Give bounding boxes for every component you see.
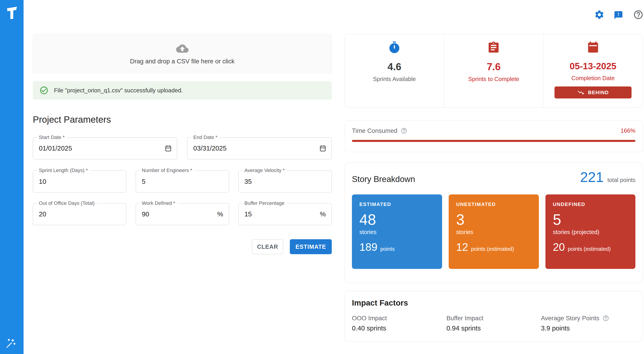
time-consumed-progress-fill: [352, 140, 636, 142]
work-defined-label: Work Defined *: [140, 200, 178, 206]
buffer-percentage-input[interactable]: [238, 203, 332, 225]
unestimated-tile: UNESTIMATED 3 stories 12 points (estimat…: [449, 194, 539, 269]
avg-story-points-value: 3.9 points: [541, 324, 636, 332]
calendar-field-icon[interactable]: [319, 145, 326, 152]
work-defined-field: Work Defined * %: [136, 203, 229, 225]
start-date-field: Start Date *: [33, 137, 178, 159]
check-circle-icon: [40, 86, 48, 95]
ooo-days-label: Out of Office Days (Total): [37, 200, 97, 206]
completion-date-label: Completion Date: [571, 75, 614, 81]
sprints-available-label: Sprints Available: [373, 76, 416, 82]
percent-suffix: %: [217, 210, 223, 218]
buffer-impact-value: 0.94 sprints: [446, 324, 541, 332]
sprint-length-field: Sprint Length (Days) *: [33, 171, 126, 192]
ooo-impact-label: OOO Impact: [352, 315, 446, 322]
end-date-field: End Date *: [187, 137, 332, 159]
clipboard-icon: [487, 41, 500, 54]
impact-factors-title: Impact Factors: [352, 298, 636, 307]
sidebar: [0, 0, 24, 354]
engineers-label: Number of Engineers *: [140, 168, 194, 173]
story-breakdown-card: Story Breakdown 221 total points ESTIMAT…: [345, 163, 643, 283]
story-breakdown-title: Story Breakdown: [352, 175, 415, 184]
dropzone-label: Drag and drop a CSV file here or click: [130, 58, 234, 65]
ooo-days-field: Out of Office Days (Total): [33, 203, 126, 225]
estimate-button[interactable]: ESTIMATE: [290, 239, 332, 254]
start-date-label: Start Date *: [37, 135, 66, 140]
start-date-input[interactable]: [33, 138, 177, 159]
velocity-label: Average Velocity *: [242, 168, 287, 173]
end-date-label: End Date *: [191, 135, 220, 140]
work-defined-input[interactable]: [136, 203, 229, 225]
unestimated-count-unit: stories: [456, 229, 532, 235]
trending-down-icon: [577, 89, 584, 96]
sprints-available-stat: 4.6 Sprints Available: [345, 34, 444, 108]
time-consumed-card: Time Consumed 166%: [345, 120, 643, 152]
sprints-available-value: 4.6: [388, 61, 401, 72]
behind-status-badge[interactable]: BEHIND: [554, 86, 632, 98]
avg-story-points-label: Average Story Points: [541, 315, 599, 322]
feedback-icon[interactable]: [614, 10, 623, 20]
estimated-count-unit: stories: [360, 229, 434, 235]
buffer-percentage-label: Buffer Percentage: [242, 200, 286, 206]
stopwatch-icon: [388, 41, 401, 54]
undefined-points: 20: [553, 241, 565, 253]
unestimated-points: 12: [456, 241, 468, 253]
time-consumed-progress: [352, 140, 636, 142]
sprints-to-complete-value: 7.6: [487, 61, 500, 72]
total-points-value: 221: [580, 171, 604, 184]
buffer-impact-item: Buffer Impact 0.94 sprints: [446, 315, 541, 332]
estimated-tile: ESTIMATED 48 stories 189 points: [352, 194, 442, 269]
help-circle-icon[interactable]: [602, 315, 609, 321]
ooo-impact-value: 0.40 sprints: [352, 324, 446, 332]
calendar-icon: [586, 41, 600, 54]
ooo-days-input[interactable]: [33, 203, 126, 225]
app-logo[interactable]: [4, 5, 20, 22]
percent-suffix: %: [320, 210, 326, 218]
undefined-count: 5: [553, 212, 628, 228]
undefined-tile-label: UNDEFINED: [553, 201, 628, 207]
theme-gear-icon[interactable]: [594, 9, 604, 20]
total-points: 221 total points: [580, 171, 636, 184]
time-consumed-value: 166%: [621, 127, 636, 134]
behind-status-label: BEHIND: [588, 90, 609, 96]
ooo-impact-item: OOO Impact 0.40 sprints: [352, 315, 446, 332]
csv-dropzone[interactable]: Drag and drop a CSV file here or click: [33, 34, 332, 73]
velocity-field: Average Velocity *: [238, 171, 332, 192]
undefined-count-unit: stories (projected): [553, 229, 628, 235]
engineers-field: Number of Engineers *: [136, 171, 229, 192]
buffer-impact-label: Buffer Impact: [446, 315, 541, 322]
engineers-input[interactable]: [136, 171, 229, 192]
sprints-to-complete-stat: 7.6 Sprints to Complete: [444, 34, 543, 108]
app-root: Drag and drop a CSV file here or click F…: [0, 0, 644, 354]
cloud-upload-icon: [174, 42, 190, 55]
estimated-tile-label: ESTIMATED: [360, 201, 434, 207]
help-icon[interactable]: [633, 9, 644, 20]
time-consumed-label: Time Consumed: [352, 127, 398, 135]
total-points-label: total points: [607, 177, 636, 183]
avg-story-points-item: Average Story Points 3.9 points: [541, 315, 636, 332]
help-circle-icon[interactable]: [401, 127, 407, 134]
upload-success-message: File "project_orion_q1.csv" successfully…: [54, 87, 183, 94]
sprints-to-complete-label: Sprints to Complete: [468, 76, 519, 82]
velocity-input[interactable]: [238, 171, 332, 192]
clear-button[interactable]: CLEAR: [252, 239, 283, 254]
sprint-length-input[interactable]: [33, 171, 126, 192]
unestimated-count: 3: [456, 212, 532, 228]
calendar-field-icon[interactable]: [164, 145, 172, 152]
estimated-count: 48: [360, 212, 434, 228]
unestimated-tile-label: UNESTIMATED: [456, 201, 532, 207]
impact-factors-card: Impact Factors OOO Impact 0.40 sprints B…: [345, 291, 643, 342]
mascot-wand-icon[interactable]: [5, 338, 16, 349]
undefined-tile: UNDEFINED 5 stories (projected) 20 point…: [546, 194, 636, 269]
estimated-points: 189: [360, 241, 377, 253]
completion-date-stat: 05-13-2025 Completion Date BEHIND: [543, 34, 642, 108]
sprint-length-label: Sprint Length (Days) *: [37, 168, 90, 173]
project-parameters-title: Project Parameters: [33, 115, 111, 125]
end-date-input[interactable]: [188, 138, 332, 159]
completion-date-value: 05-13-2025: [570, 61, 616, 72]
unestimated-points-unit: points (estimated): [471, 246, 514, 252]
app-logo-icon: [4, 5, 20, 20]
upload-success-alert: File "project_orion_q1.csv" successfully…: [33, 81, 332, 100]
estimated-points-unit: points: [380, 246, 395, 252]
undefined-points-unit: points (estimated): [568, 246, 611, 252]
